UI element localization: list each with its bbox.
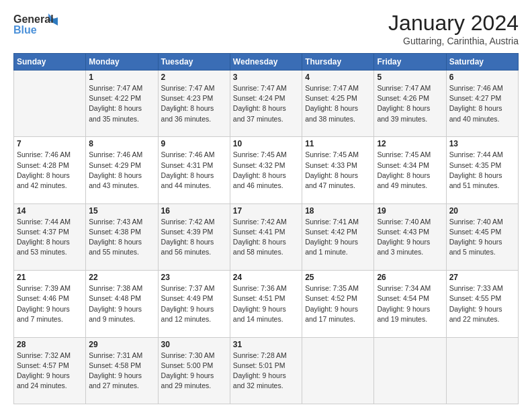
calendar-cell: 3Sunrise: 7:47 AM Sunset: 4:24 PM Daylig… — [230, 71, 302, 137]
week-row-3: 21Sunrise: 7:39 AM Sunset: 4:46 PM Dayli… — [14, 271, 519, 337]
day-info: Sunrise: 7:32 AM Sunset: 4:57 PM Dayligh… — [17, 351, 83, 392]
day-info: Sunrise: 7:35 AM Sunset: 4:52 PM Dayligh… — [305, 283, 371, 324]
logo-icon: GeneralBlue — [13, 11, 60, 36]
calendar-cell: 2Sunrise: 7:47 AM Sunset: 4:23 PM Daylig… — [158, 71, 230, 137]
header-thursday: Thursday — [302, 54, 374, 71]
calendar-cell — [446, 337, 518, 404]
week-row-0: 1Sunrise: 7:47 AM Sunset: 4:22 PM Daylig… — [14, 71, 519, 137]
day-number: 30 — [161, 340, 227, 349]
calendar-cell: 22Sunrise: 7:38 AM Sunset: 4:48 PM Dayli… — [86, 271, 158, 337]
day-number: 31 — [233, 340, 299, 349]
day-number: 28 — [17, 340, 83, 349]
calendar-cell: 9Sunrise: 7:46 AM Sunset: 4:31 PM Daylig… — [158, 137, 230, 203]
calendar-cell — [14, 71, 86, 137]
header-friday: Friday — [374, 54, 446, 71]
calendar-cell: 14Sunrise: 7:44 AM Sunset: 4:37 PM Dayli… — [14, 203, 86, 270]
day-info: Sunrise: 7:43 AM Sunset: 4:38 PM Dayligh… — [89, 217, 154, 258]
calendar-cell: 24Sunrise: 7:36 AM Sunset: 4:51 PM Dayli… — [230, 271, 302, 337]
day-number: 19 — [377, 206, 443, 216]
calendar-cell: 23Sunrise: 7:37 AM Sunset: 4:49 PM Dayli… — [158, 271, 230, 337]
day-info: Sunrise: 7:47 AM Sunset: 4:24 PM Dayligh… — [233, 83, 299, 124]
calendar-cell: 29Sunrise: 7:31 AM Sunset: 4:58 PM Dayli… — [86, 337, 158, 404]
calendar-cell: 30Sunrise: 7:30 AM Sunset: 5:00 PM Dayli… — [158, 337, 230, 404]
calendar-cell: 10Sunrise: 7:45 AM Sunset: 4:32 PM Dayli… — [230, 137, 302, 203]
calendar-cell — [374, 337, 446, 404]
calendar-cell: 25Sunrise: 7:35 AM Sunset: 4:52 PM Dayli… — [302, 271, 374, 337]
day-info: Sunrise: 7:30 AM Sunset: 5:00 PM Dayligh… — [161, 351, 227, 392]
day-number: 3 — [233, 73, 299, 82]
svg-text:Blue: Blue — [13, 24, 37, 36]
day-number: 4 — [305, 73, 371, 82]
calendar-cell: 13Sunrise: 7:44 AM Sunset: 4:35 PM Dayli… — [446, 137, 518, 203]
header-monday: Monday — [86, 54, 158, 71]
day-number: 14 — [17, 206, 83, 216]
day-info: Sunrise: 7:46 AM Sunset: 4:28 PM Dayligh… — [17, 150, 83, 191]
day-number: 15 — [89, 206, 154, 216]
day-number: 9 — [161, 139, 227, 148]
week-row-1: 7Sunrise: 7:46 AM Sunset: 4:28 PM Daylig… — [14, 137, 519, 203]
day-number: 24 — [233, 273, 299, 282]
svg-text:General: General — [13, 13, 54, 25]
header-sunday: Sunday — [14, 54, 86, 71]
calendar-cell: 28Sunrise: 7:32 AM Sunset: 4:57 PM Dayli… — [14, 337, 86, 404]
day-number: 20 — [449, 206, 515, 216]
day-info: Sunrise: 7:36 AM Sunset: 4:51 PM Dayligh… — [233, 283, 299, 324]
day-info: Sunrise: 7:45 AM Sunset: 4:32 PM Dayligh… — [233, 150, 299, 191]
day-info: Sunrise: 7:28 AM Sunset: 5:01 PM Dayligh… — [233, 351, 299, 392]
day-info: Sunrise: 7:46 AM Sunset: 4:29 PM Dayligh… — [89, 150, 154, 191]
day-number: 11 — [305, 139, 371, 148]
day-number: 22 — [89, 273, 154, 282]
week-row-4: 28Sunrise: 7:32 AM Sunset: 4:57 PM Dayli… — [14, 337, 519, 404]
calendar-cell: 15Sunrise: 7:43 AM Sunset: 4:38 PM Dayli… — [86, 203, 158, 270]
day-info: Sunrise: 7:38 AM Sunset: 4:48 PM Dayligh… — [89, 283, 154, 324]
day-info: Sunrise: 7:45 AM Sunset: 4:33 PM Dayligh… — [305, 150, 371, 191]
day-info: Sunrise: 7:33 AM Sunset: 4:55 PM Dayligh… — [449, 283, 515, 324]
week-row-2: 14Sunrise: 7:44 AM Sunset: 4:37 PM Dayli… — [14, 203, 519, 270]
day-number: 25 — [305, 273, 371, 282]
calendar-header-row: SundayMondayTuesdayWednesdayThursdayFrid… — [14, 54, 519, 71]
day-info: Sunrise: 7:39 AM Sunset: 4:46 PM Dayligh… — [17, 283, 83, 324]
day-info: Sunrise: 7:47 AM Sunset: 4:23 PM Dayligh… — [161, 83, 227, 124]
day-info: Sunrise: 7:41 AM Sunset: 4:42 PM Dayligh… — [305, 217, 371, 258]
day-number: 29 — [89, 340, 154, 349]
day-info: Sunrise: 7:47 AM Sunset: 4:22 PM Dayligh… — [89, 83, 154, 124]
day-number: 6 — [449, 73, 515, 82]
day-number: 26 — [377, 273, 443, 282]
day-number: 12 — [377, 139, 443, 148]
day-number: 17 — [233, 206, 299, 216]
calendar-cell: 4Sunrise: 7:47 AM Sunset: 4:25 PM Daylig… — [302, 71, 374, 137]
title-block: January 2024 Guttaring, Carinthia, Austr… — [388, 11, 519, 46]
day-number: 27 — [449, 273, 515, 282]
day-info: Sunrise: 7:34 AM Sunset: 4:54 PM Dayligh… — [377, 283, 443, 324]
day-number: 16 — [161, 206, 227, 216]
day-number: 21 — [17, 273, 83, 282]
day-info: Sunrise: 7:40 AM Sunset: 4:43 PM Dayligh… — [377, 217, 443, 258]
header-wednesday: Wednesday — [230, 54, 302, 71]
calendar-cell: 16Sunrise: 7:42 AM Sunset: 4:39 PM Dayli… — [158, 203, 230, 270]
day-number: 10 — [233, 139, 299, 148]
calendar-table: SundayMondayTuesdayWednesdayThursdayFrid… — [13, 53, 519, 404]
calendar-cell: 6Sunrise: 7:46 AM Sunset: 4:27 PM Daylig… — [446, 71, 518, 137]
header-saturday: Saturday — [446, 54, 518, 71]
calendar-cell: 31Sunrise: 7:28 AM Sunset: 5:01 PM Dayli… — [230, 337, 302, 404]
day-info: Sunrise: 7:37 AM Sunset: 4:49 PM Dayligh… — [161, 283, 227, 324]
day-info: Sunrise: 7:46 AM Sunset: 4:27 PM Dayligh… — [449, 83, 515, 124]
day-info: Sunrise: 7:46 AM Sunset: 4:31 PM Dayligh… — [161, 150, 227, 191]
day-info: Sunrise: 7:44 AM Sunset: 4:35 PM Dayligh… — [449, 150, 515, 191]
calendar-cell: 27Sunrise: 7:33 AM Sunset: 4:55 PM Dayli… — [446, 271, 518, 337]
calendar-cell: 20Sunrise: 7:40 AM Sunset: 4:45 PM Dayli… — [446, 203, 518, 270]
day-number: 1 — [89, 73, 154, 82]
header-tuesday: Tuesday — [158, 54, 230, 71]
day-info: Sunrise: 7:42 AM Sunset: 4:39 PM Dayligh… — [161, 217, 227, 258]
location: Guttaring, Carinthia, Austria — [388, 36, 519, 46]
calendar-cell: 26Sunrise: 7:34 AM Sunset: 4:54 PM Dayli… — [374, 271, 446, 337]
calendar-cell — [302, 337, 374, 404]
day-number: 8 — [89, 139, 154, 148]
day-number: 2 — [161, 73, 227, 82]
day-number: 7 — [17, 139, 83, 148]
calendar-cell: 12Sunrise: 7:45 AM Sunset: 4:34 PM Dayli… — [374, 137, 446, 203]
calendar-cell: 1Sunrise: 7:47 AM Sunset: 4:22 PM Daylig… — [86, 71, 158, 137]
calendar-cell: 7Sunrise: 7:46 AM Sunset: 4:28 PM Daylig… — [14, 137, 86, 203]
day-number: 23 — [161, 273, 227, 282]
calendar-cell: 17Sunrise: 7:42 AM Sunset: 4:41 PM Dayli… — [230, 203, 302, 270]
